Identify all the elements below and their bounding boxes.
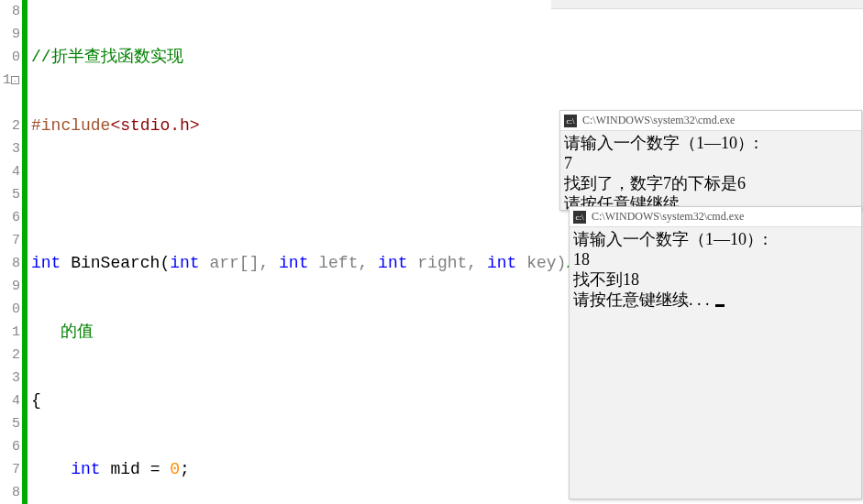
terminal-title: C:\WINDOWS\system32\cmd.exe — [592, 210, 744, 224]
line-number: 4 — [0, 160, 20, 183]
line-number: 9 — [0, 23, 20, 46]
terminal-title: C:\WINDOWS\system32\cmd.exe — [582, 114, 735, 127]
line-number: 4 — [0, 389, 20, 412]
terminal-titlebar[interactable]: c:\ C:\WINDOWS\system32\cmd.exe — [560, 111, 861, 131]
line-number: 9 — [0, 275, 20, 298]
cmd-icon: c:\ — [573, 211, 586, 224]
line-number: 1- — [0, 69, 20, 92]
line-number: 7 — [0, 458, 20, 481]
line-number: 0 — [0, 46, 20, 69]
line-number: 7 — [0, 229, 20, 252]
line-number: 2 — [0, 344, 20, 367]
line-number: 3 — [0, 137, 20, 160]
terminal-window-1[interactable]: c:\ C:\WINDOWS\system32\cmd.exe 请输入一个数字（… — [559, 110, 862, 211]
line-number: 6 — [0, 206, 20, 229]
terminal-line: 找到了，数字7的下标是6 — [564, 173, 857, 193]
terminal-titlebar[interactable]: c:\ C:\WINDOWS\system32\cmd.exe — [570, 207, 861, 227]
top-partial-bar — [551, 0, 863, 9]
terminal-line: 18 — [573, 249, 857, 269]
terminal-line: 请输入一个数字（1—10）: — [564, 133, 857, 153]
terminal-line: 请输入一个数字（1—10）: — [573, 229, 857, 249]
line-number: 3 — [0, 367, 20, 389]
terminal-body: 请输入一个数字（1—10）: 18 找不到18 请按任意键继续. . . — [570, 227, 861, 312]
code-line: //折半查找函数实现 — [31, 46, 863, 69]
line-number: 6 — [0, 435, 20, 458]
line-number: 1 — [0, 321, 20, 344]
cmd-icon: c:\ — [564, 115, 577, 127]
terminal-line: 找不到18 — [573, 269, 857, 290]
terminal-window-2[interactable]: c:\ C:\WINDOWS\system32\cmd.exe 请输入一个数字（… — [569, 206, 862, 499]
line-number: 8 — [0, 252, 20, 275]
line-number: 5 — [0, 412, 20, 435]
line-number-gutter: 8 9 0 1- 2 3 4 5 6 7 8 9 0 1 2 3 4 5 6 7… — [0, 0, 28, 504]
terminal-line: 7 — [564, 153, 857, 173]
cursor-icon — [715, 304, 725, 307]
line-number — [0, 92, 20, 115]
line-number: 8 — [0, 481, 20, 504]
line-number: 8 — [0, 0, 20, 23]
line-number: 0 — [0, 298, 20, 321]
line-number: 2 — [0, 115, 20, 137]
terminal-body: 请输入一个数字（1—10）: 7 找到了，数字7的下标是6 请按任意键继续. .… — [560, 131, 861, 215]
fold-icon[interactable]: - — [11, 76, 19, 84]
terminal-line: 请按任意键继续. . . — [573, 290, 857, 310]
line-number: 5 — [0, 183, 20, 206]
